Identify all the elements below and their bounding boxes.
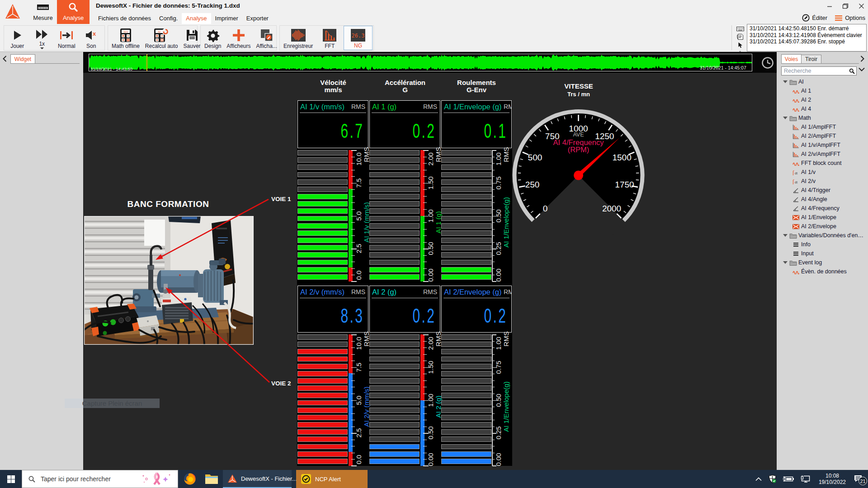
tray-date[interactable]: 19/10/2022 (819, 479, 846, 485)
close-button[interactable] (859, 3, 864, 11)
bar-segment (369, 349, 420, 354)
tree-expand-arrow-icon[interactable] (783, 117, 788, 119)
toolbar-button-recalcul-auto[interactable]: 32Recalcul auto (142, 26, 181, 50)
tree-item-ai-4-trigger[interactable]: AI 4/Trigger (777, 186, 868, 195)
tree-item-ai-1-amplfft[interactable]: AI 1/AmplFFT (777, 122, 868, 131)
bar-segment (441, 238, 491, 243)
tray-time[interactable]: 10:08 (819, 473, 846, 479)
tree-item-event-log[interactable]: Event log (777, 258, 868, 267)
toolbar-button-fft[interactable]: FFT (316, 26, 344, 50)
tray-chevron-up-icon[interactable] (755, 477, 762, 481)
file-explorer-taskbar-icon[interactable] (201, 470, 222, 488)
options-button[interactable]: Options (835, 14, 865, 21)
capture-overlay-button[interactable]: Capture Plein écran (65, 399, 160, 408)
tree-expand-arrow-icon[interactable] (783, 261, 788, 264)
tree-item-ai-2[interactable]: AI 2 (777, 95, 868, 104)
tree-item-ai-2-v[interactable]: ∫dtAI 2/v (777, 177, 868, 186)
toolbar-button-afficha-[interactable]: Afficha... (254, 26, 280, 50)
maximize-button[interactable] (842, 3, 849, 11)
bar-meter-tick (492, 354, 495, 355)
toolbar-button-design[interactable]: Design (202, 26, 224, 50)
toolbar-button-normal[interactable]: Normal (54, 26, 79, 50)
annotation-arrow-line (160, 199, 269, 258)
notification-center-icon[interactable]: 21 (854, 474, 863, 483)
edit-button[interactable]: Éditer (802, 14, 827, 22)
tab-voies[interactable]: Voies (781, 54, 802, 64)
minimize-button[interactable] (827, 3, 832, 11)
start-button[interactable] (0, 470, 22, 488)
save-icon (186, 27, 198, 43)
tree-item-ai-4-angle[interactable]: AI 4/Angle (777, 195, 868, 204)
collapse-left-icon[interactable] (3, 56, 7, 63)
toolbar-button-1x[interactable]: 1x (30, 26, 55, 50)
tray-defender-shield-icon[interactable] (768, 474, 777, 483)
channel-search-input[interactable]: Recherche (781, 66, 857, 75)
tree-item-variables-donn-es-d-en-[interactable]: Variables/Données d'en… (777, 231, 868, 240)
expand-right-icon[interactable] (860, 56, 864, 63)
menu-analyse[interactable]: Analyse (182, 13, 211, 24)
taskbar-task-label: NCP Alert (315, 476, 341, 483)
clock-icon[interactable] (761, 56, 774, 69)
tree-item-ai-1-envelope[interactable]: AI 1/Envelope (777, 213, 868, 222)
fft-icon (322, 27, 337, 43)
toolbar-button-son[interactable]: xSon (79, 26, 104, 50)
waveform-cursor[interactable] (146, 54, 147, 71)
tree-item-label: AI 1/v/AmplFFT (801, 142, 840, 148)
tray-network-icon[interactable] (800, 475, 810, 483)
toolbar-button-afficheurs[interactable]: Afficheurs (224, 26, 253, 50)
menu-config-[interactable]: Config. (155, 13, 182, 24)
tree-item-ai-1-v-amplfft[interactable]: AI 1/v/AmplFFT (777, 141, 868, 150)
keyboard-event-icon[interactable] (736, 25, 744, 33)
bar-meter-tick-label: 1.00 (495, 337, 502, 350)
tree-expand-arrow-icon[interactable] (783, 234, 788, 237)
taskbar-search-input[interactable]: Taper ici pour rechercher (22, 470, 178, 488)
bar-segment (297, 187, 348, 192)
tree-item-info[interactable]: Info (777, 240, 868, 249)
bar-segment (297, 451, 348, 457)
tree-item-ai-2-amplfft[interactable]: AI 2/AmplFFT (777, 131, 868, 141)
taskbar-task-ncp[interactable]: NCP Alert (296, 470, 368, 488)
tree-item-input[interactable]: Input (777, 249, 868, 258)
tree-item-ai-4-frequency[interactable]: AI 4/Frequency (777, 204, 868, 213)
menu-exporter[interactable]: Exporter (242, 13, 273, 24)
tree-item-ai-2-envelope[interactable]: AI 2/Envelope (777, 222, 868, 231)
bar-segment (441, 245, 491, 250)
menu-imprimer[interactable]: Imprimer (211, 13, 242, 24)
notice-event-icon[interactable] (737, 33, 743, 42)
tree-item-ai[interactable]: AI (777, 77, 868, 86)
bar-segment (369, 216, 420, 221)
tree-expand-arrow-icon[interactable] (783, 80, 788, 83)
tree-item--v-n-de-donn-es[interactable]: Évèn. de données (777, 267, 868, 276)
bar-segment (369, 208, 420, 214)
toolbar-button-ng[interactable]: 26.3NG (344, 26, 373, 50)
play-icon (11, 27, 23, 43)
bar-meter-tick (351, 387, 355, 387)
digital-meter-separator (300, 113, 366, 113)
tree-item-ai-2-v-amplfft[interactable]: AI 2/v/AmplFFT (777, 150, 868, 159)
tree-item-fft-block-count[interactable]: FFT block count (777, 159, 868, 168)
tree-item-ai-1-v[interactable]: ∫dtAI 1/v (777, 168, 868, 177)
firefox-taskbar-icon[interactable] (179, 470, 200, 488)
toolbar-button-enregistreur[interactable]: Enregistreur (281, 26, 316, 50)
tab-mesure[interactable]: Mesure (29, 0, 57, 24)
toolbar-button-jouer[interactable]: Jouer (5, 26, 30, 50)
tab-widget[interactable]: Widget (10, 54, 35, 64)
tree-item-math[interactable]: Math (777, 113, 868, 122)
dropdown-caret-icon[interactable] (40, 47, 44, 49)
cursor-event-icon[interactable] (738, 42, 743, 50)
tab-tiroir[interactable]: Tiroir (802, 55, 821, 64)
tray-battery-icon[interactable] (783, 476, 794, 482)
event-log-panel[interactable]: 31/10/2021 14:42:50.48150 Enr. démarré31… (747, 24, 867, 52)
bar-segment (441, 422, 491, 427)
bar-meter-tick (351, 465, 357, 466)
menu-fichiers-de-donn-es[interactable]: Fichiers de données (94, 13, 155, 24)
bar-meter-tick (351, 413, 355, 414)
svg-text:321: 321 (123, 30, 128, 33)
tab-analyse[interactable]: Analyse (57, 0, 90, 24)
search-options-caret-icon[interactable] (859, 67, 865, 71)
bar-meter-tick (351, 222, 355, 223)
toolbar-button-math-offline[interactable]: 321Math offline (109, 26, 142, 50)
taskbar-task-dewesoft[interactable]: DewesoftX - Fichier... (223, 470, 292, 488)
tree-item-ai-1[interactable]: AI 1 (777, 86, 868, 95)
tree-item-ai-4[interactable]: AI 4 (777, 104, 868, 113)
